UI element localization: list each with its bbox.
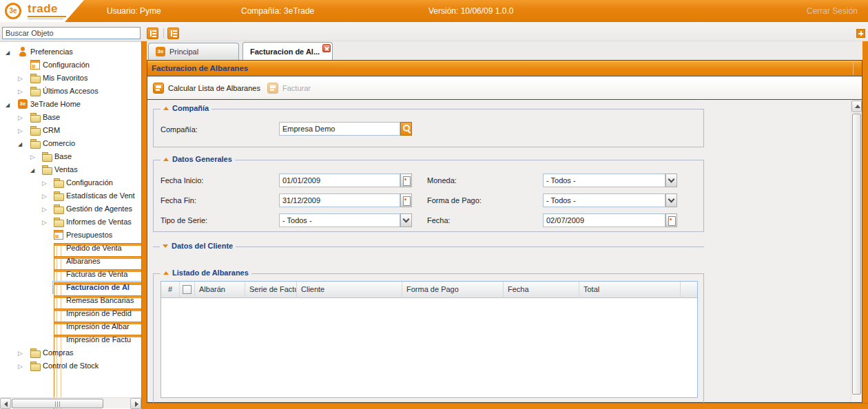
tree-item-pedido-venta[interactable]: Pedido de Venta xyxy=(0,242,141,255)
tree-item-ultimos-accesos[interactable]: Últimos Accesos xyxy=(0,85,141,98)
tree-item-impresion-pedidos[interactable]: Impresión de Pedid xyxy=(0,307,141,320)
scroll-left-button[interactable] xyxy=(0,398,11,409)
logo-tagline xyxy=(28,19,63,19)
tree-expanded-icon[interactable] xyxy=(6,45,14,59)
grid-header-row: # Albarán Serie de Factu Cliente Forma d… xyxy=(161,282,697,298)
expand-section-icon[interactable] xyxy=(163,244,168,248)
column-header-number[interactable]: # xyxy=(161,282,180,298)
version-label: Versión: 10/06/09 1.0.0 xyxy=(428,6,513,16)
calcular-lista-button[interactable]: Calcular Lista de Albaranes xyxy=(153,76,260,99)
arrow-right-icon xyxy=(135,401,138,407)
tree-collapsed-icon[interactable] xyxy=(42,216,50,229)
column-header-cliente[interactable]: Cliente xyxy=(297,282,402,298)
facturar-button[interactable]: Facturar xyxy=(267,76,311,99)
collapse-section-icon[interactable] xyxy=(163,271,169,275)
calendar-icon[interactable] xyxy=(400,174,412,187)
tree-item-compras[interactable]: Compras xyxy=(0,346,141,359)
window-right-border xyxy=(862,41,868,409)
scroll-up-button[interactable] xyxy=(851,101,862,112)
tree-expanded-icon[interactable] xyxy=(30,163,39,176)
tab-principal[interactable]: 3e Principal xyxy=(148,43,239,60)
tree-item-informes-ventas[interactable]: Informes de Ventas xyxy=(0,216,141,229)
tree-item-gestion-agentes[interactable]: Gestión de Agentes xyxy=(0,202,141,216)
tree-item-configuracion[interactable]: Configuración xyxy=(0,59,141,72)
tree-item-albaranes[interactable]: Albaranes xyxy=(0,255,141,268)
tree-item-presupuestos[interactable]: Presupuestos xyxy=(0,229,141,242)
tree-item-comercio[interactable]: Comercio xyxy=(0,137,141,150)
fecha-inicio-label: Fecha Inicio: xyxy=(161,176,203,185)
add-tab-button[interactable] xyxy=(856,29,865,38)
tree-collapsed-icon[interactable] xyxy=(18,72,26,85)
tree-expanded-icon[interactable] xyxy=(6,98,14,111)
tree-collapsed-icon[interactable] xyxy=(42,189,50,202)
compania-label: Compañía: xyxy=(161,125,198,134)
forma-pago-select[interactable]: - Todos - xyxy=(543,193,665,207)
tree-expanded-icon[interactable] xyxy=(18,137,26,150)
tree-collapsed-icon[interactable] xyxy=(42,202,50,216)
tree-item-facturas-venta[interactable]: Facturas de Venta xyxy=(0,268,141,281)
tree-item-mis-favoritos[interactable]: Mis Favoritos xyxy=(0,72,141,85)
tree-item-ventas[interactable]: Ventas xyxy=(0,163,141,176)
fieldset-compania: Compañía xyxy=(153,109,704,147)
collapse-tree-button[interactable] xyxy=(147,28,158,39)
tree-collapsed-icon[interactable] xyxy=(42,176,50,189)
column-header-fecha[interactable]: Fecha xyxy=(504,282,579,298)
tree-collapsed-icon[interactable] xyxy=(18,85,26,98)
scroll-right-button[interactable] xyxy=(130,398,141,409)
splitter-bar[interactable] xyxy=(141,41,147,409)
tree-item-label: 3eTrade Home xyxy=(30,98,81,111)
tab-facturacion-albaranes[interactable]: Facturacion de Al... xyxy=(242,42,333,60)
search-lookup-icon[interactable] xyxy=(400,122,412,136)
expand-tree-button[interactable] xyxy=(167,28,179,39)
collapse-section-icon[interactable] xyxy=(163,107,169,110)
tree-item-3etrade-home[interactable]: 3e 3eTrade Home xyxy=(0,98,141,111)
tree-item-label: Impresión de Albar xyxy=(66,320,130,333)
tree-item-impresion-albaranes[interactable]: Impresión de Albar xyxy=(0,320,141,333)
scrollbar-thumb[interactable] xyxy=(852,114,861,395)
search-input[interactable] xyxy=(2,27,141,39)
tree-item-label: Facturacion de Al xyxy=(66,281,130,294)
tree-horizontal-scrollbar[interactable] xyxy=(0,397,141,408)
tree-item-base-comercio[interactable]: Base xyxy=(0,150,141,163)
tree-item-remesas-bancarias[interactable]: Remesas Bancarias xyxy=(0,294,141,307)
tree-collapsed-icon[interactable] xyxy=(18,346,26,359)
column-header-select[interactable] xyxy=(180,282,195,298)
tree-item-control-stock[interactable]: Control de Stock xyxy=(0,359,141,373)
column-header-albaran[interactable]: Albarán xyxy=(195,282,245,298)
calendar-icon[interactable] xyxy=(400,193,412,207)
calendar-icon[interactable] xyxy=(665,213,677,227)
tree-item-impresion-facturas[interactable]: Impresión de Factu xyxy=(0,333,141,346)
tipo-serie-select[interactable]: - Todos - xyxy=(279,213,400,227)
tree-collapsed-icon[interactable] xyxy=(18,111,26,124)
scrollbar-thumb[interactable] xyxy=(12,399,103,408)
brand-logo: 3e trade xyxy=(0,0,84,22)
column-header-total[interactable]: Total xyxy=(579,282,681,298)
chevron-down-icon[interactable] xyxy=(665,174,677,187)
tree-collapsed-icon[interactable] xyxy=(18,124,26,137)
collapse-section-icon[interactable] xyxy=(163,158,169,161)
form-vertical-scrollbar[interactable] xyxy=(851,101,862,402)
moneda-select[interactable]: - Todos - xyxy=(543,174,665,187)
logout-link[interactable]: Cerrar Sesión xyxy=(807,6,858,16)
select-all-checkbox[interactable] xyxy=(183,285,192,294)
fecha-input[interactable] xyxy=(543,213,665,227)
tree-collapsed-icon[interactable] xyxy=(18,359,26,373)
tree-item-base[interactable]: Base xyxy=(0,111,141,124)
tree-item-label: Presupuestos xyxy=(66,229,112,242)
tree-item-preferencias[interactable]: Preferencias xyxy=(0,45,141,59)
fecha-inicio-input[interactable] xyxy=(279,174,400,187)
tree-collapsed-icon[interactable] xyxy=(30,150,39,163)
tree-item-crm[interactable]: CRM xyxy=(0,124,141,137)
compania-input[interactable] xyxy=(279,122,400,136)
tree-item-facturacion-albaranes[interactable]: Facturacion de Al xyxy=(0,281,141,294)
logo-brand-text: trade xyxy=(28,2,58,16)
chevron-down-icon[interactable] xyxy=(400,213,412,227)
toolbar-divider xyxy=(163,28,164,39)
chevron-down-icon[interactable] xyxy=(665,193,677,207)
tree-item-estadisticas[interactable]: Estadísticas de Vent xyxy=(0,189,141,202)
column-header-serie-factura[interactable]: Serie de Factu xyxy=(245,282,297,298)
column-header-forma-pago[interactable]: Forma de Pago xyxy=(402,282,504,298)
close-tab-icon[interactable] xyxy=(322,44,331,52)
fecha-fin-input[interactable] xyxy=(279,193,400,207)
tree-item-configuracion-ventas[interactable]: Configuración xyxy=(0,176,141,189)
